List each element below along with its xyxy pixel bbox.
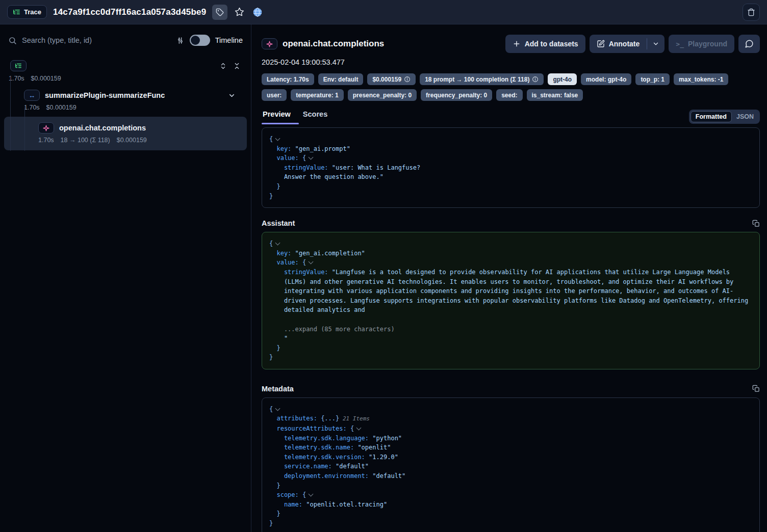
info-icon[interactable]: [532, 76, 539, 83]
collapse-chevron-icon[interactable]: [309, 259, 314, 264]
bookmark-star-button[interactable]: [234, 6, 245, 18]
code-token: value:: [276, 154, 298, 162]
code-token: "openlit.otel.tracing": [302, 501, 387, 508]
code-line: {: [269, 239, 752, 249]
badges-row-2: user:temperature: 1presence_penalty: 0fr…: [262, 89, 760, 101]
plus-icon: [513, 40, 521, 48]
code-token: }: [276, 482, 280, 489]
code-line: }: [269, 353, 752, 362]
code-token: "default": [369, 472, 405, 480]
timeline-toggle[interactable]: [190, 35, 210, 46]
code-token: "Langfuse is a tool designed to provide …: [284, 269, 752, 313]
timeline-toggle-label: Timeline: [215, 36, 243, 44]
code-line: key: "gen_ai.prompt": [269, 144, 752, 154]
code-line: telemetry.sdk.name: "openlit": [269, 443, 752, 453]
model-param-badge: presence_penalty: 0: [348, 89, 417, 101]
trace-root-node-pill[interactable]: [10, 60, 27, 71]
collapse-chevron-icon[interactable]: [309, 492, 314, 497]
copy-icon[interactable]: [752, 385, 760, 392]
code-line: telemetry.sdk.language: "python": [269, 434, 752, 443]
tree-item-span[interactable]: ↔ summarizePlugin-summarizeFunc 1.70s $0…: [4, 90, 247, 111]
code-token: "python": [369, 435, 402, 442]
comment-bubble-icon: [745, 39, 754, 48]
tree-item-label: summarizePlugin-summarizeFunc: [45, 91, 165, 99]
code-line: Answer the question above.": [269, 172, 752, 182]
code-token: "gen_ai.prompt": [291, 145, 350, 152]
code-token: {: [299, 491, 306, 498]
expand-all-icon[interactable]: [219, 62, 227, 70]
badge-label: Latency: 1.70s: [267, 76, 309, 83]
metadata-code-block: {attributes: {...} 21 ItemsresourceAttri…: [262, 397, 760, 532]
playground-button[interactable]: >_ Playground: [669, 35, 734, 53]
delete-trace-button[interactable]: [743, 4, 760, 21]
code-line: value: {: [269, 153, 752, 163]
filter-settings-icon[interactable]: [176, 36, 185, 45]
code-token: "gen_ai.completion": [291, 250, 365, 257]
copy-icon[interactable]: [752, 220, 760, 227]
badge-label: temperature: 1: [296, 92, 338, 99]
tab-preview[interactable]: Preview: [262, 109, 292, 124]
tab-scores[interactable]: Scores: [302, 109, 328, 124]
code-line: stringValue: "Langfuse is a tool designe…: [269, 268, 752, 315]
trace-badge-label: Trace: [24, 8, 41, 16]
generation-node-pill: [38, 122, 54, 134]
code-token: telemetry.sdk.name:: [284, 444, 354, 451]
code-line: {: [269, 405, 752, 414]
code-token: stringValue:: [284, 269, 328, 276]
observation-detail-panel: openai.chat.completions Add to datasets …: [251, 24, 767, 532]
code-line: name: "openlit.otel.tracing": [269, 500, 752, 510]
code-token: }: [276, 510, 280, 517]
code-line: ": [269, 334, 752, 343]
collapse-chevron-icon[interactable]: [309, 155, 314, 160]
assistant-section-header: Assistant: [262, 219, 760, 227]
format-option-formatted[interactable]: Formatted: [691, 111, 732, 122]
add-to-datasets-button[interactable]: Add to datasets: [505, 35, 585, 53]
latency-badge: Latency: 1.70s: [262, 73, 314, 85]
badge-label: $0.000159: [372, 76, 401, 83]
chevron-down-icon: [652, 40, 659, 47]
code-token: {: [269, 240, 273, 247]
collapse-chevron-icon[interactable]: [275, 241, 280, 246]
code-token: telemetry.sdk.language:: [284, 435, 369, 442]
annotate-button[interactable]: Annotate: [590, 35, 647, 53]
code-line: }: [269, 343, 752, 353]
input-code-block: {key: "gen_ai.prompt"value: {stringValue…: [262, 127, 760, 208]
trash-icon: [747, 8, 755, 16]
code-token: deployment.environment:: [284, 472, 369, 480]
search-input[interactable]: [22, 36, 171, 44]
code-token: scope:: [276, 491, 298, 498]
badge-label: presence_penalty: 0: [353, 92, 412, 99]
trace-type-badge: Trace: [7, 5, 47, 19]
collapse-all-icon[interactable]: [233, 62, 241, 70]
code-token: key:: [276, 145, 291, 152]
tree-item-generation-selected[interactable]: openai.chat.completions 1.70s 18 → 100 (…: [4, 117, 247, 150]
model-param-badge: max_tokens: -1: [674, 73, 728, 85]
chevron-down-icon[interactable]: [228, 92, 236, 99]
comments-button[interactable]: [738, 35, 760, 53]
info-icon[interactable]: [404, 76, 411, 83]
top-bar: Trace 14c7a9f1cc0d7ff16ac1a057a3d45be9: [0, 0, 767, 24]
token-usage-badge: 18 prompt → 100 completion (Σ 118): [420, 73, 544, 85]
tree-item-label: openai.chat.completions: [59, 124, 146, 132]
page-title: openai.chat.completions: [283, 39, 384, 49]
preview-scroll-area[interactable]: {key: "gen_ai.prompt"value: {stringValue…: [262, 127, 760, 532]
code-line: {: [269, 135, 752, 144]
code-token: "openlit": [354, 444, 391, 451]
code-line: [269, 315, 752, 325]
list-tree-icon: [15, 62, 22, 69]
expand-link[interactable]: ...expand (85 more characters): [284, 326, 395, 333]
collapse-chevron-icon[interactable]: [275, 406, 280, 411]
annotate-dropdown-button[interactable]: [647, 35, 664, 53]
code-token: attributes:: [276, 415, 317, 422]
tree-root-row[interactable]: [4, 60, 247, 71]
collapse-chevron-icon[interactable]: [275, 136, 280, 141]
badges-row-1: Latency: 1.70sEnv: default$0.00015918 pr…: [262, 73, 760, 85]
code-token: }: [269, 193, 273, 200]
badge-label: model: gpt-4o: [586, 76, 626, 83]
tags-button[interactable]: [212, 5, 227, 20]
collapse-chevron-icon[interactable]: [356, 425, 362, 431]
code-line: }: [269, 519, 752, 528]
format-option-json[interactable]: JSON: [732, 112, 758, 122]
code-line: service.name: "default": [269, 462, 752, 471]
public-share-button[interactable]: [251, 6, 264, 18]
